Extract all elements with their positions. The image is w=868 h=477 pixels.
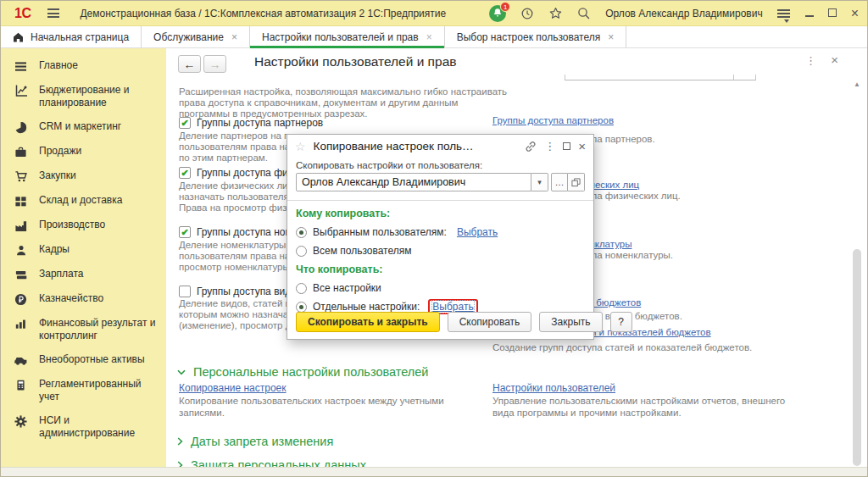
- sidebar-item-salary[interactable]: Зарплата: [14, 268, 161, 281]
- radio-all-users[interactable]: [296, 246, 307, 257]
- tab-user-settings-choice[interactable]: Выбор настроек пользователя ×: [445, 26, 627, 47]
- bar-chart-icon: [14, 317, 28, 330]
- section-personal-settings[interactable]: Персональные настройки пользователей: [177, 365, 428, 379]
- pallet-grid-icon: [14, 194, 28, 208]
- history-icon[interactable]: [520, 7, 534, 20]
- group-to-whom-title: Кому копировать:: [296, 208, 585, 219]
- link-desc: Создание групп доступа статей и показате…: [492, 342, 849, 354]
- current-user[interactable]: Орлов Александр Владимирович: [605, 8, 763, 19]
- home-icon: [13, 32, 24, 42]
- sidebar-item-production[interactable]: Производство: [14, 219, 161, 232]
- tab-close-icon[interactable]: ×: [426, 31, 432, 43]
- notifications-button[interactable]: 1: [489, 5, 506, 22]
- sidebar-item-hr[interactable]: Кадры: [14, 243, 161, 257]
- checkbox-checked-icon: ✔: [179, 167, 191, 179]
- person-icon: [14, 243, 28, 257]
- sidebar-item-crm[interactable]: CRM и маркетинг: [14, 120, 161, 134]
- radio-all-settings[interactable]: [296, 283, 307, 294]
- choose-users-link[interactable]: Выбрать: [457, 226, 498, 238]
- notification-badge: 1: [500, 2, 510, 12]
- sidebar-item-purchases[interactable]: Закупки: [14, 169, 161, 183]
- main-menu-icon[interactable]: [47, 7, 59, 20]
- tab-close-icon[interactable]: ×: [608, 31, 614, 43]
- search-box-partial[interactable]: [565, 75, 756, 80]
- service-menu-icon[interactable]: [777, 8, 791, 19]
- help-button[interactable]: ?: [610, 312, 632, 332]
- sections-panel: Главное Бюджетирование и планирование CR…: [1, 48, 166, 467]
- close-button[interactable]: Закрыть: [539, 312, 602, 332]
- link-partner-access-groups[interactable]: Группы доступа партнеров: [492, 115, 614, 125]
- search-icon[interactable]: [577, 7, 591, 20]
- sidebar-item-treasury[interactable]: Казначейство: [14, 292, 161, 306]
- sidebar-item-warehouse[interactable]: Склад и доставка: [14, 194, 161, 208]
- form-close-icon[interactable]: ×: [831, 53, 838, 67]
- ruble-circle-icon: [14, 292, 28, 306]
- planning-chart-icon: [14, 84, 28, 97]
- close-window-button[interactable]: ×: [851, 8, 859, 19]
- forward-button[interactable]: →: [203, 55, 226, 73]
- sidebar-item-regulated-accounting[interactable]: Регламентированный учет: [14, 378, 161, 403]
- window-title: Демонстрационная база / 1С:Комплексная а…: [80, 8, 446, 19]
- choose-ellipsis-button[interactable]: …: [551, 173, 568, 191]
- link-desc: Копирование пользовательских настроек ме…: [179, 396, 484, 419]
- open-item-button[interactable]: [568, 173, 585, 191]
- get-link-icon[interactable]: [525, 141, 537, 153]
- car-icon: [14, 353, 28, 367]
- sidebar-item-finance[interactable]: Финансовый результат и контроллинг: [14, 317, 161, 342]
- calculator-icon: [14, 378, 28, 391]
- scroll-up-icon[interactable]: ▲: [852, 80, 862, 89]
- scrollbar-thumb[interactable]: [853, 249, 861, 466]
- sidebar-item-budgeting[interactable]: Бюджетирование и планирование: [14, 84, 161, 109]
- checkbox-partner-access-groups[interactable]: ✔ Группы доступа партнеров: [179, 117, 323, 129]
- dialog-close-icon[interactable]: ×: [578, 139, 586, 153]
- group-what-to-copy-title: Что копировать:: [296, 263, 585, 275]
- menu-lines-icon: [14, 59, 28, 73]
- sidebar-item-fixed-assets[interactable]: Внеоборотные активы: [14, 353, 161, 367]
- 1c-logo: 1С: [14, 6, 31, 21]
- window-footer-frame: [1, 467, 867, 476]
- pie-chart-icon: [14, 120, 28, 134]
- chevron-right-icon: [177, 437, 183, 446]
- radio-selected-users[interactable]: [296, 227, 307, 238]
- dialog-maximize-icon[interactable]: [563, 142, 570, 150]
- vertical-scrollbar[interactable]: ▲: [852, 80, 862, 466]
- sidebar-item-main[interactable]: Главное: [14, 59, 161, 73]
- radio-separate-settings[interactable]: [296, 302, 307, 313]
- link-user-settings[interactable]: Настройки пользователей: [492, 382, 615, 394]
- choose-settings-link[interactable]: Выбрать: [432, 301, 473, 313]
- copy-and-close-button[interactable]: Скопировать и закрыть: [296, 312, 440, 332]
- maximize-button[interactable]: [828, 8, 837, 19]
- favorite-star-icon[interactable]: ☆: [295, 140, 306, 153]
- tab-home[interactable]: Начальная страница: [1, 26, 142, 47]
- dialog-menu-kebab-icon[interactable]: ⋮: [544, 140, 555, 153]
- dialog-header: ☆ Копирование настроек поль… ⋮ ×: [287, 135, 593, 158]
- source-user-label: Скопировать настройки от пользователя:: [296, 160, 585, 170]
- tab-user-rights-settings[interactable]: Настройки пользователей и прав ×: [250, 26, 445, 47]
- briefcase-icon: [14, 145, 28, 158]
- copy-button[interactable]: Скопировать: [448, 312, 532, 332]
- tab-close-icon[interactable]: ×: [231, 31, 237, 43]
- chevron-down-icon: [177, 369, 186, 375]
- tab-maintenance[interactable]: Обслуживание ×: [142, 26, 250, 47]
- form-menu-kebab-icon[interactable]: ⋮: [805, 54, 816, 67]
- section-change-prohibition-dates[interactable]: Даты запрета изменения: [177, 435, 333, 448]
- favorites-star-icon[interactable]: [548, 7, 563, 20]
- checkbox-checked-icon: ✔: [179, 117, 191, 129]
- sidebar-item-administration[interactable]: НСИ и администрирование: [14, 414, 161, 440]
- sidebar-item-sales[interactable]: Продажи: [14, 145, 161, 158]
- checkbox-checked-icon: ✔: [179, 226, 191, 238]
- link-copy-settings[interactable]: Копирование настроек: [179, 382, 287, 394]
- gear-icon: [14, 414, 28, 428]
- dialog-title: Копирование настроек поль…: [314, 140, 518, 153]
- copy-settings-dialog: ☆ Копирование настроек поль… ⋮ × Скопиро…: [287, 134, 594, 340]
- link-desc: Управление пользовательскими настройками…: [492, 396, 808, 419]
- dropdown-arrow-button[interactable]: ▾: [531, 173, 548, 191]
- back-button[interactable]: ←: [178, 55, 201, 73]
- tab-bar: Начальная страница Обслуживание × Настро…: [1, 26, 867, 48]
- banknotes-icon: [14, 268, 28, 281]
- cart-icon: [14, 169, 28, 183]
- minimize-button[interactable]: [805, 8, 814, 19]
- page-title: Настройки пользователей и прав: [254, 54, 457, 69]
- factory-icon: [14, 219, 28, 232]
- source-user-input[interactable]: Орлов Александр Владимирович: [296, 173, 531, 191]
